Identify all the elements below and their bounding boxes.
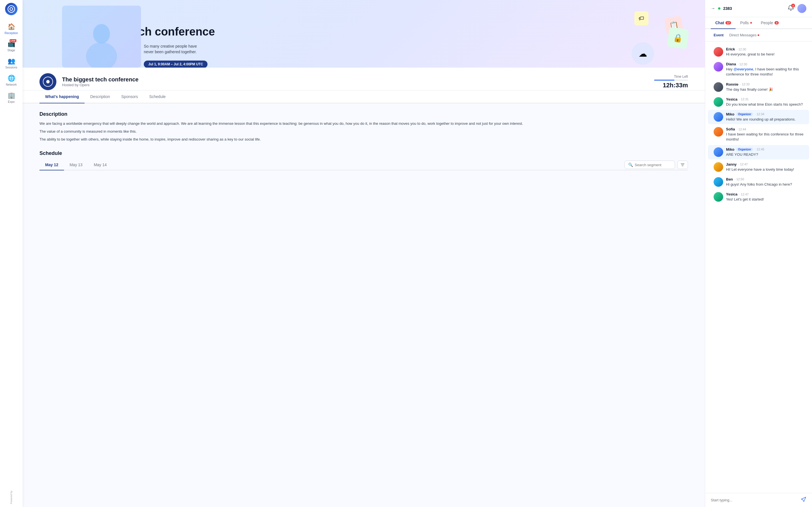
schedule-tab-may14[interactable]: May 14 — [88, 160, 112, 170]
avatar-yesica — [714, 97, 723, 107]
chat-input-area — [705, 493, 812, 507]
tab-polls[interactable]: Polls — [735, 17, 756, 29]
right-panel: → 2383 2 Chat 17 Polls People — [705, 0, 812, 507]
schedule-tab-may13[interactable]: May 13 — [64, 160, 88, 170]
msg-text: Do you know what time Elon starts his sp… — [726, 102, 804, 107]
expand-icon[interactable]: → — [711, 6, 715, 11]
chat-input[interactable] — [711, 498, 798, 502]
sidebar-item-sessions[interactable]: 👥 Sessions — [0, 55, 22, 71]
event-info: The biggest tech conference Hosted by Op… — [62, 76, 649, 87]
msg-time: · 12:45 — [755, 148, 764, 151]
notifications-button[interactable]: 2 — [788, 5, 794, 12]
message-item: Ben · 12:50 Hi guys! Any folks from Chic… — [708, 175, 809, 189]
live-badge: LIVE — [10, 39, 16, 42]
mention: @everyone — [733, 67, 753, 71]
msg-text: Hey @everyone, I have been waiting for t… — [726, 67, 804, 77]
msg-name: Yesica — [726, 192, 738, 196]
organizer-badge: Organizer — [736, 112, 753, 116]
description-text-3: The ability to be together with others, … — [40, 136, 688, 143]
msg-text: Hi! Let everyone have a lovely time toda… — [726, 167, 804, 172]
send-button[interactable] — [801, 497, 806, 504]
sidebar-item-network[interactable]: 🌐 Network — [0, 72, 22, 89]
msg-name: Miko — [726, 147, 734, 152]
deco-icon-2: ☁ — [631, 42, 654, 65]
event-logo — [40, 73, 56, 90]
description-text-1: We are facing a worldwide emergency that… — [40, 121, 688, 127]
schedule-section: Schedule May 12 May 13 May 14 🔍 — [40, 151, 688, 170]
banner-date: Jul 1, 9:00AM – Jul 2, 4:00PM UTC — [144, 61, 207, 68]
content-body: Description We are facing a worldwide em… — [22, 103, 705, 178]
sidebar-item-expo[interactable]: 🏢 Expo — [0, 90, 22, 106]
description-text-2: The value of a community is measured in … — [40, 128, 688, 135]
msg-text: ARE YOU READY? — [726, 152, 804, 157]
subtab-dm[interactable]: Direct Messages — [726, 32, 762, 38]
msg-name: Janny — [726, 162, 737, 166]
msg-time: · 12:34 — [755, 112, 764, 116]
notification-badge: 2 — [791, 4, 795, 8]
svg-point-1 — [10, 8, 13, 10]
search-input[interactable] — [635, 163, 671, 167]
svg-point-2 — [93, 24, 110, 44]
sidebar-item-reception[interactable]: 🏠 Reception — [0, 21, 22, 37]
home-icon: 🏠 — [8, 23, 15, 31]
schedule-tab-may12[interactable]: May 12 — [40, 160, 64, 170]
filter-button[interactable] — [677, 161, 688, 169]
timer-value: 12h:33m — [654, 82, 688, 89]
deco-icon-3: 🔒 — [667, 27, 689, 49]
tab-chat[interactable]: Chat 17 — [711, 17, 735, 29]
msg-name: Sofia — [726, 127, 735, 131]
tab-people[interactable]: People 4 — [756, 17, 783, 29]
schedule-tabs: May 12 May 13 May 14 🔍 — [40, 160, 688, 170]
attendee-count: 2383 — [723, 6, 732, 11]
msg-time: · 12:44 — [737, 128, 746, 131]
message-item: Yesica · 12:31 Do you know what time Elo… — [708, 95, 809, 109]
expo-icon: 🏢 — [8, 92, 15, 99]
avatar-ben — [714, 177, 723, 187]
svg-point-0 — [8, 6, 15, 12]
banner-subtitle: So many creative people have never been … — [144, 44, 206, 55]
msg-text: The day has finally come! 🎉 — [726, 87, 804, 92]
avatar-diana — [714, 62, 723, 71]
msg-text: I have been waiting for this conference … — [726, 132, 804, 142]
messages-list: Erick · 12:30 Hi everyone, great to be h… — [705, 41, 812, 493]
msg-name: Yesica — [726, 97, 738, 101]
main-content: © opers The biggest tech conference So m… — [22, 0, 705, 507]
right-panel-topbar: → 2383 2 — [705, 0, 812, 17]
event-timer: Time Left 12h:33m — [654, 75, 688, 89]
message-subtabs: Event Direct Messages — [705, 29, 812, 41]
sidebar-item-stage[interactable]: 📺 LIVE Stage — [0, 38, 22, 54]
polls-dot — [750, 22, 752, 24]
event-host: Hosted by Opers — [62, 83, 649, 87]
stage-icon-wrap: 📺 LIVE — [8, 40, 15, 48]
tab-description[interactable]: Description — [85, 91, 116, 103]
msg-time: · 12:31 — [739, 98, 749, 101]
user-avatar[interactable] — [797, 4, 806, 13]
msg-time: · 12:33 — [740, 82, 750, 86]
send-icon — [801, 497, 806, 502]
timer-bar — [654, 80, 688, 80]
tab-sponsors[interactable]: Sponsors — [116, 91, 144, 103]
message-item: Erick · 12:30 Hi everyone, great to be h… — [708, 45, 809, 59]
schedule-title: Schedule — [40, 151, 688, 156]
msg-time: · 12:47 — [739, 193, 749, 196]
timer-label: Time Left — [654, 75, 688, 78]
online-indicator — [718, 7, 720, 10]
msg-name: Ben — [726, 177, 733, 181]
message-item-organizer: Miko Organizer · 12:34 Hello! We are rou… — [708, 110, 809, 124]
avatar-janny — [714, 162, 723, 172]
app-logo[interactable] — [5, 3, 17, 15]
subtab-event[interactable]: Event — [711, 32, 726, 38]
deco-tag: 🏷 — [635, 11, 649, 25]
msg-name: Miko — [726, 112, 734, 116]
tab-whats-happening[interactable]: What's happening — [40, 91, 85, 103]
filter-icon — [680, 163, 685, 167]
organizer-badge: Organizer — [736, 148, 753, 151]
search-icon: 🔍 — [628, 163, 633, 167]
message-item: Ronnie · 12:33 The day has finally come!… — [708, 80, 809, 94]
message-item: Diana · 12:30 Hey @everyone, I have been… — [708, 60, 809, 79]
tab-schedule[interactable]: Schedule — [144, 91, 171, 103]
msg-text: Hello! We are rounding up all preparatio… — [726, 117, 804, 122]
event-header: The biggest tech conference Hosted by Op… — [22, 68, 705, 91]
content-scroll: The biggest tech conference Hosted by Op… — [22, 68, 705, 507]
people-badge: 4 — [774, 21, 779, 24]
